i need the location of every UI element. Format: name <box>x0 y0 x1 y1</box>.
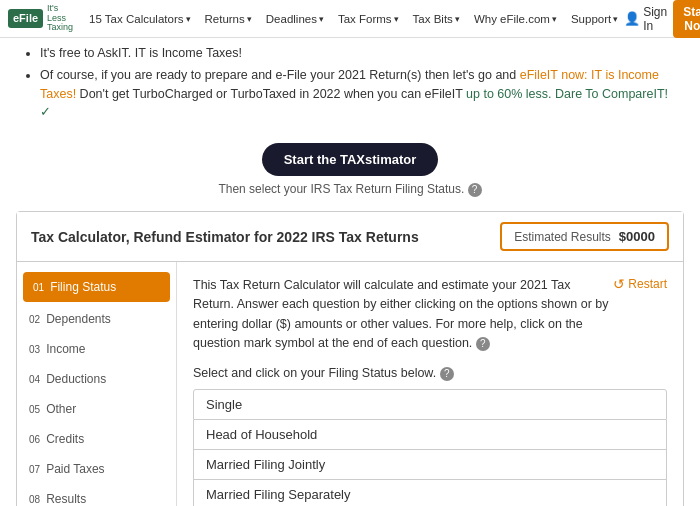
compare-link[interactable]: up to 60% less. Dare To CompareIT! <box>466 87 668 101</box>
nav-item-taxbits[interactable]: Tax Bits ▾ <box>407 9 466 29</box>
filing-prompt: Select and click on your Filing Status b… <box>193 366 667 381</box>
description-row: ↺ Restart This Tax Return Calculator wil… <box>193 276 667 366</box>
description-help-icon[interactable]: ? <box>476 337 490 351</box>
sidebar-item-credits[interactable]: 06 Credits <box>17 424 176 454</box>
chevron-down-icon: ▾ <box>613 14 618 24</box>
chevron-down-icon: ▾ <box>394 14 399 24</box>
banner-line1: It's free to AskIT. IT is Income Taxes! <box>40 44 680 63</box>
nav-item-returns[interactable]: Returns ▾ <box>199 9 258 29</box>
filing-option-single[interactable]: Single <box>193 389 667 420</box>
restart-button[interactable]: ↺ Restart <box>613 276 667 292</box>
banner-section: It's free to AskIT. IT is Income Taxes! … <box>0 38 700 135</box>
nav-items: 15 Tax Calculators ▾ Returns ▾ Deadlines… <box>83 9 624 29</box>
nav-item-taxforms[interactable]: Tax Forms ▾ <box>332 9 405 29</box>
calculator-body: 01 Filing Status 02 Dependents 03 Income… <box>17 262 683 506</box>
calculator-header: Tax Calculator, Refund Estimator for 202… <box>17 212 683 262</box>
logo-efile-text: eFile <box>13 12 38 24</box>
calculator-sidebar: 01 Filing Status 02 Dependents 03 Income… <box>17 262 177 506</box>
results-label: Estimated Results <box>514 230 611 244</box>
nav-item-deadlines[interactable]: Deadlines ▾ <box>260 9 330 29</box>
nav-item-support[interactable]: Support ▾ <box>565 9 624 29</box>
calculator-title: Tax Calculator, Refund Estimator for 202… <box>31 229 419 245</box>
chevron-down-icon: ▾ <box>552 14 557 24</box>
nav-item-why-efile[interactable]: Why eFile.com ▾ <box>468 9 563 29</box>
sidebar-item-dependents[interactable]: 02 Dependents <box>17 304 176 334</box>
help-icon[interactable]: ? <box>468 183 482 197</box>
start-now-button[interactable]: Start Now <box>673 0 700 38</box>
cta-subtitle: Then select your IRS Tax Return Filing S… <box>0 182 700 197</box>
sidebar-item-other[interactable]: 05 Other <box>17 394 176 424</box>
calculator-description: This Tax Return Calculator will calculat… <box>193 276 613 354</box>
filing-options-list: Single Head of Household Married Filing … <box>193 389 667 507</box>
nav-right: 👤 Sign In Start Now <box>624 0 700 38</box>
chevron-down-icon: ▾ <box>247 14 252 24</box>
chevron-down-icon: ▾ <box>455 14 460 24</box>
logo-tagline: It's Less Taxing <box>47 4 73 34</box>
nav-item-calculators[interactable]: 15 Tax Calculators ▾ <box>83 9 196 29</box>
sidebar-item-deductions[interactable]: 04 Deductions <box>17 364 176 394</box>
sign-in-button[interactable]: 👤 Sign In <box>624 5 667 33</box>
sidebar-item-income[interactable]: 03 Income <box>17 334 176 364</box>
site-logo: eFile It's Less Taxing <box>8 4 73 34</box>
sidebar-item-filing-status[interactable]: 01 Filing Status <box>23 272 170 302</box>
restart-icon: ↺ <box>613 276 625 292</box>
filing-option-married-jointly[interactable]: Married Filing Jointly <box>193 450 667 480</box>
sidebar-item-paid-taxes[interactable]: 07 Paid Taxes <box>17 454 176 484</box>
logo-icon: eFile <box>8 9 43 28</box>
navbar: eFile It's Less Taxing 15 Tax Calculator… <box>0 0 700 38</box>
filing-help-icon[interactable]: ? <box>440 367 454 381</box>
banner-line2: Of course, if you are ready to prepare a… <box>40 66 680 122</box>
filing-option-head-of-household[interactable]: Head of Household <box>193 420 667 450</box>
cta-section: Start the TAXstimator Then select your I… <box>0 135 700 201</box>
results-value: $0000 <box>619 229 655 244</box>
calculator-main: ↺ Restart This Tax Return Calculator wil… <box>177 262 683 506</box>
filing-option-married-separately[interactable]: Married Filing Separately <box>193 480 667 507</box>
taxstimator-button[interactable]: Start the TAXstimator <box>262 143 439 176</box>
checkmark-icon: ✓ <box>40 105 51 119</box>
estimated-results-box: Estimated Results $0000 <box>500 222 669 251</box>
chevron-down-icon: ▾ <box>186 14 191 24</box>
chevron-down-icon: ▾ <box>319 14 324 24</box>
sidebar-item-results[interactable]: 08 Results <box>17 484 176 506</box>
calculator-section: Tax Calculator, Refund Estimator for 202… <box>16 211 684 506</box>
